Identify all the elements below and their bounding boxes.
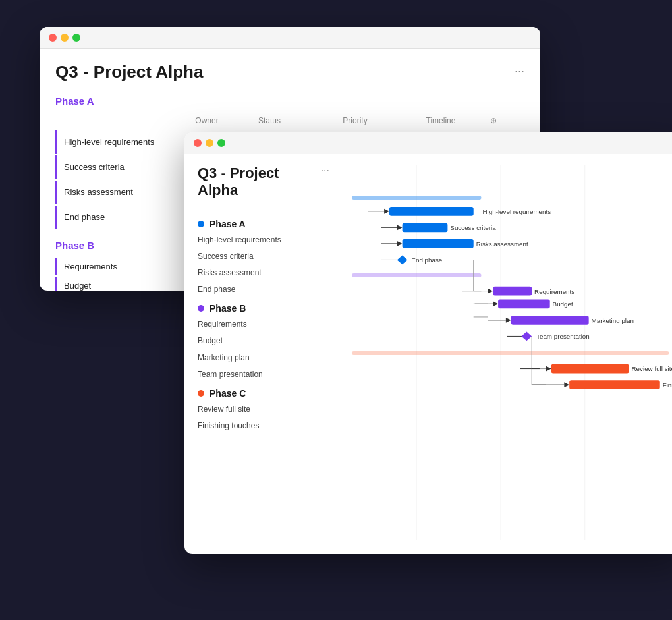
gantt-more-menu[interactable]: ··· <box>321 165 329 210</box>
svg-text:Budget: Budget <box>553 300 573 308</box>
svg-marker-26 <box>488 288 493 293</box>
svg-rect-31 <box>498 299 550 308</box>
svg-rect-15 <box>403 239 474 248</box>
minimize-dot[interactable] <box>61 34 69 42</box>
gantt-task-row: Risks assessment <box>198 265 329 281</box>
svg-text:End phase: End phase <box>411 256 442 264</box>
col-task <box>55 116 187 125</box>
gantt-phase-b-header: Phase B <box>198 303 329 314</box>
gantt-task-row: Budget <box>198 333 329 349</box>
svg-marker-6 <box>384 208 389 213</box>
gantt-task-row: Review full site <box>198 401 329 418</box>
svg-text:Requirements: Requirements <box>534 287 574 295</box>
back-project-title: Q3 - Project Alpha <box>55 62 203 82</box>
task-label: High-level requirements <box>57 137 189 147</box>
svg-text:Marketing plan: Marketing plan <box>592 316 634 324</box>
svg-marker-18 <box>397 255 408 264</box>
maximize-dot-front[interactable] <box>217 139 225 147</box>
svg-marker-34 <box>506 317 511 322</box>
svg-text:High-level requirements: High-level requirements <box>482 208 551 215</box>
gantt-task-row: Team presentation <box>198 366 329 383</box>
svg-rect-35 <box>511 315 589 324</box>
front-window: Q3 - Project Alpha ··· Phase A High-leve… <box>184 132 672 554</box>
svg-marker-30 <box>493 301 498 306</box>
scene: Q3 - Project Alpha ··· Phase A Owner Sta… <box>40 27 632 594</box>
phase-a-header: Phase A <box>55 96 524 107</box>
gantt-task-row: End phase <box>198 281 329 298</box>
gantt-task-row: High-level requirements <box>198 232 329 248</box>
svg-rect-7 <box>389 206 474 215</box>
task-label: Risks assessment <box>57 187 189 197</box>
svg-text:Finishing: Finishing <box>663 381 672 389</box>
maximize-dot[interactable] <box>72 34 80 42</box>
back-more-menu[interactable]: ··· <box>515 65 524 78</box>
gantt-task-row: Marketing plan <box>198 350 329 366</box>
gantt-project-title: Q3 - Project Alpha <box>198 165 321 199</box>
task-label: Success criteria <box>57 162 189 172</box>
svg-rect-51 <box>569 380 660 389</box>
close-dot-front[interactable] <box>194 139 202 147</box>
minimize-dot-front[interactable] <box>206 139 213 147</box>
svg-rect-4 <box>352 196 482 200</box>
col-timeline: Timeline <box>398 116 484 125</box>
svg-text:Success criteria: Success criteria <box>450 224 496 231</box>
svg-text:Risks assessment: Risks assessment <box>476 240 528 247</box>
gantt-phase-a-header: Phase A <box>198 219 329 229</box>
col-status: Status <box>227 116 312 125</box>
gantt-task-row: Finishing touches <box>198 418 329 434</box>
gantt-svg: High-level requirements Success criteria… <box>329 165 672 540</box>
gantt-labels-panel: Q3 - Project Alpha ··· Phase A High-leve… <box>198 165 329 540</box>
svg-rect-46 <box>551 364 629 373</box>
gantt-content: Q3 - Project Alpha ··· Phase A High-leve… <box>184 154 672 551</box>
front-window-titlebar <box>184 132 672 154</box>
gantt-phase-c-header: Phase C <box>198 388 329 399</box>
gantt-task-row: Requirements <box>198 316 329 333</box>
svg-rect-20 <box>352 273 482 277</box>
table-header: Owner Status Priority Timeline ⊕ <box>55 113 524 128</box>
svg-rect-27 <box>493 286 532 295</box>
col-owner: Owner <box>187 116 227 125</box>
svg-marker-14 <box>397 240 403 246</box>
phase-c-dot <box>198 390 204 397</box>
svg-marker-38 <box>521 331 532 341</box>
phase-b-dot <box>198 305 204 312</box>
svg-rect-11 <box>403 223 448 232</box>
svg-text:Review full site: Review full site <box>632 365 672 372</box>
svg-marker-50 <box>564 382 569 387</box>
col-priority: Priority <box>312 116 398 125</box>
col-add[interactable]: ⊕ <box>484 116 503 125</box>
back-window-titlebar <box>40 27 540 49</box>
task-label: End phase <box>57 212 189 222</box>
phase-a-label: Phase A <box>210 219 246 229</box>
close-dot[interactable] <box>49 34 57 42</box>
phase-b-label: Phase B <box>210 303 246 314</box>
gantt-chart: High-level requirements Success criteria… <box>329 165 672 540</box>
svg-rect-40 <box>352 351 669 355</box>
phase-c-label: Phase C <box>210 388 246 399</box>
gantt-task-row: Success criteria <box>198 248 329 265</box>
svg-text:Team presentation: Team presentation <box>536 333 590 340</box>
phase-a-dot <box>198 221 204 227</box>
svg-marker-10 <box>397 225 403 230</box>
svg-marker-45 <box>546 366 551 371</box>
